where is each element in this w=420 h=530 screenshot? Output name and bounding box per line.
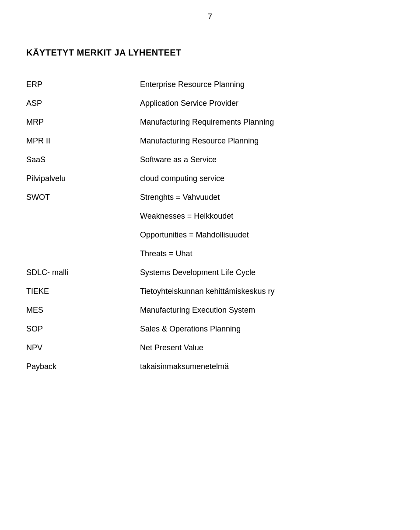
list-item: SOPSales & Operations Planning <box>26 320 394 338</box>
list-item: Weaknesses = Heikkoudet <box>26 207 394 226</box>
abbreviation-definition: Software as a Service <box>140 150 394 169</box>
abbreviation-term: TIEKE <box>26 282 140 301</box>
abbreviation-definition: Sales & Operations Planning <box>140 320 394 338</box>
abbreviation-term: MRP <box>26 113 140 132</box>
abbreviation-definition: Strenghts = Vahvuudet <box>140 188 394 207</box>
abbreviation-definition: Systems Development Life Cycle <box>140 263 394 282</box>
list-item: MESManufacturing Execution System <box>26 301 394 320</box>
abbreviations-table: ERPEnterprise Resource PlanningASPApplic… <box>26 75 394 376</box>
abbreviation-definition: Manufacturing Resource Planning <box>140 132 394 150</box>
abbreviation-term <box>26 226 140 244</box>
abbreviation-term: SDLC- malli <box>26 263 140 282</box>
abbreviation-term: MPR II <box>26 132 140 150</box>
abbreviation-definition: takaisinmaksumenetelmä <box>140 357 394 376</box>
abbreviation-term: SWOT <box>26 188 140 207</box>
abbreviation-definition: Threats = Uhat <box>140 244 394 263</box>
abbreviation-definition: Opportunities = Mahdollisuudet <box>140 226 394 244</box>
abbreviation-term: ASP <box>26 94 140 113</box>
abbreviation-definition: Weaknesses = Heikkoudet <box>140 207 394 226</box>
abbreviation-term: SOP <box>26 320 140 338</box>
abbreviation-term: SaaS <box>26 150 140 169</box>
abbreviation-definition: Enterprise Resource Planning <box>140 75 394 94</box>
list-item: SDLC- malliSystems Development Life Cycl… <box>26 263 394 282</box>
list-item: NPVNet Present Value <box>26 338 394 357</box>
list-item: ERPEnterprise Resource Planning <box>26 75 394 94</box>
list-item: Opportunities = Mahdollisuudet <box>26 226 394 244</box>
list-item: Paybacktakaisinmaksumenetelmä <box>26 357 394 376</box>
list-item: Threats = Uhat <box>26 244 394 263</box>
abbreviation-term: Pilvipalvelu <box>26 169 140 188</box>
abbreviation-term: Payback <box>26 357 140 376</box>
list-item: MPR IIManufacturing Resource Planning <box>26 132 394 150</box>
section-title: KÄYTETYT MERKIT JA LYHENTEET <box>26 48 394 58</box>
abbreviation-definition: Application Service Provider <box>140 94 394 113</box>
list-item: ASPApplication Service Provider <box>26 94 394 113</box>
abbreviation-term: NPV <box>26 338 140 357</box>
list-item: SWOTStrenghts = Vahvuudet <box>26 188 394 207</box>
page-number: 7 <box>0 0 420 21</box>
abbreviation-term <box>26 207 140 226</box>
abbreviation-term <box>26 244 140 263</box>
list-item: SaaSSoftware as a Service <box>26 150 394 169</box>
abbreviation-definition: Manufacturing Requirements Planning <box>140 113 394 132</box>
list-item: Pilvipalvelucloud computing service <box>26 169 394 188</box>
abbreviation-definition: cloud computing service <box>140 169 394 188</box>
abbreviation-definition: Net Present Value <box>140 338 394 357</box>
abbreviation-term: MES <box>26 301 140 320</box>
abbreviation-term: ERP <box>26 75 140 94</box>
abbreviation-definition: Tietoyhteiskunnan kehittämiskeskus ry <box>140 282 394 301</box>
list-item: MRPManufacturing Requirements Planning <box>26 113 394 132</box>
list-item: TIEKETietoyhteiskunnan kehittämiskeskus … <box>26 282 394 301</box>
abbreviation-definition: Manufacturing Execution System <box>140 301 394 320</box>
